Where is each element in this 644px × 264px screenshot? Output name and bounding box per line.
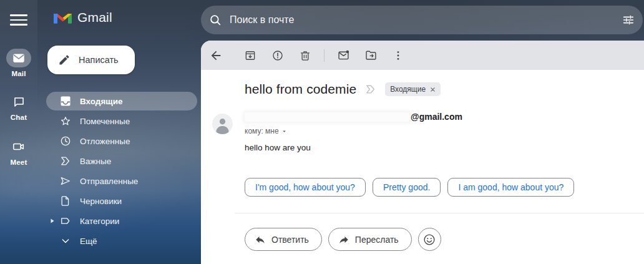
sidebar-item-more[interactable]: Ещё <box>37 231 201 251</box>
main-menu-button[interactable] <box>10 12 27 27</box>
sidebar-item-snoozed[interactable]: Отложенные <box>37 131 201 151</box>
sidebar-item-inbox[interactable]: Входящие <box>37 91 201 111</box>
sidebar-item-label: Отложенные <box>80 137 130 146</box>
close-icon[interactable] <box>430 87 436 92</box>
email-subject: hello from codemie <box>245 82 356 97</box>
sidebar-item-starred[interactable]: Помеченные <box>37 111 201 131</box>
reply-button[interactable]: Ответить <box>245 228 322 251</box>
archive-icon <box>244 49 256 62</box>
label-chip-text: Входящие <box>390 85 426 94</box>
sender-line: @gmail.com <box>245 111 462 122</box>
rail-item-meet[interactable]: Meet <box>0 137 37 166</box>
star-icon <box>59 115 72 127</box>
sidebar-item-drafts[interactable]: Черновики <box>37 191 201 211</box>
reply-icon <box>255 234 266 245</box>
sidebar-item-label: Черновики <box>80 197 122 206</box>
rail-label-meet: Meet <box>10 159 27 166</box>
rail-item-chat[interactable]: Chat <box>0 92 37 121</box>
sender-avatar[interactable] <box>212 114 233 134</box>
emoji-icon <box>422 233 436 247</box>
delete-icon <box>299 49 311 62</box>
recipient-toggle[interactable]: кому: мне <box>245 127 462 135</box>
content-divider <box>235 213 644 213</box>
rail-label-chat: Chat <box>11 114 27 121</box>
send-icon <box>59 175 72 187</box>
report-spam-icon <box>271 49 284 62</box>
gmail-logo-icon <box>54 11 72 24</box>
back-button[interactable] <box>203 43 228 68</box>
search-bar <box>201 6 643 34</box>
more-vert-icon <box>392 49 404 62</box>
redacted-sender-name <box>245 112 409 122</box>
sidebar-item-label: Важные <box>80 157 111 166</box>
sidebar-item-label: Помеченные <box>80 117 130 126</box>
report-spam-button[interactable] <box>265 43 290 68</box>
tune-icon <box>622 13 635 27</box>
hamburger-icon <box>10 14 27 16</box>
sender-domain: @gmail.com <box>411 112 462 122</box>
inbox-label-chip[interactable]: Входящие <box>385 82 441 96</box>
forward-icon <box>338 234 349 245</box>
rail-label-mail: Mail <box>11 70 26 77</box>
search-options-button[interactable] <box>614 6 643 34</box>
move-to-button[interactable] <box>358 43 383 68</box>
forward-label: Переслать <box>355 235 399 245</box>
pencil-icon <box>58 54 71 66</box>
label-icon <box>59 215 72 227</box>
mail-chip <box>6 49 31 67</box>
rail-item-mail[interactable]: Mail <box>0 49 37 77</box>
compose-label: Написать <box>79 55 119 65</box>
chat-icon <box>12 95 26 109</box>
smart-reply-chip[interactable]: I am good, how about you? <box>447 178 574 197</box>
gmail-wordmark: Gmail <box>77 10 112 25</box>
sidebar-item-important[interactable]: Важные <box>37 151 201 171</box>
chevron-down-icon <box>59 235 72 247</box>
subject-row: hello from codemie Входящие <box>245 82 441 97</box>
recipient-text: кому: мне <box>245 127 279 135</box>
email-view: hello from codemie Входящие @gmail.com к… <box>201 41 644 264</box>
delete-button[interactable] <box>293 43 318 68</box>
inbox-icon <box>59 95 72 107</box>
mark-unread-icon <box>337 49 350 62</box>
email-actions: Ответить Переслать <box>245 228 441 251</box>
toolbar-divider <box>324 49 324 62</box>
search-button[interactable] <box>201 6 230 34</box>
important-marker-icon[interactable] <box>364 83 377 95</box>
sidebar-item-label: Ещё <box>80 237 97 246</box>
reply-label: Ответить <box>271 235 309 245</box>
compose-button[interactable]: Написать <box>47 46 135 74</box>
sidebar-item-sent[interactable]: Отправленные <box>37 171 201 191</box>
email-body: hello how are you <box>245 143 311 152</box>
sender-block: @gmail.com кому: мне <box>245 111 462 135</box>
smart-reply-chip[interactable]: I'm good, how about you? <box>245 178 366 197</box>
forward-button[interactable]: Переслать <box>328 228 412 251</box>
draft-icon <box>59 195 72 207</box>
clock-icon <box>59 135 72 147</box>
back-icon <box>209 49 223 62</box>
emoji-reaction-button[interactable] <box>418 228 441 251</box>
important-icon <box>59 155 72 167</box>
sidebar-item-categories[interactable]: Категории <box>37 211 201 231</box>
smart-replies: I'm good, how about you? Pretty good. I … <box>245 178 574 197</box>
gmail-brand: Gmail <box>54 10 112 25</box>
app-rail: Mail Chat Meet <box>0 0 37 264</box>
mark-unread-button[interactable] <box>331 43 356 68</box>
smart-reply-chip[interactable]: Pretty good. <box>373 178 441 197</box>
expand-right-icon[interactable] <box>51 218 54 223</box>
move-to-icon <box>364 49 378 62</box>
search-input[interactable] <box>230 14 614 26</box>
chat-chip <box>6 92 31 111</box>
sidebar-item-label: Отправленные <box>80 177 138 186</box>
sidebar-item-label: Входящие <box>80 97 122 106</box>
meet-icon <box>12 140 26 154</box>
folder-nav: Входящие Помеченные Отложенные Важные <box>37 91 201 251</box>
meet-chip <box>6 137 31 156</box>
sidebar: Gmail Написать Входящие Помеченные <box>37 0 201 264</box>
dropdown-arrow-icon <box>281 128 288 135</box>
more-options-button[interactable] <box>386 43 411 68</box>
sidebar-item-label: Категории <box>80 217 119 226</box>
search-icon <box>208 13 222 27</box>
email-toolbar <box>201 41 644 70</box>
archive-button[interactable] <box>238 43 263 68</box>
person-icon <box>212 114 233 134</box>
